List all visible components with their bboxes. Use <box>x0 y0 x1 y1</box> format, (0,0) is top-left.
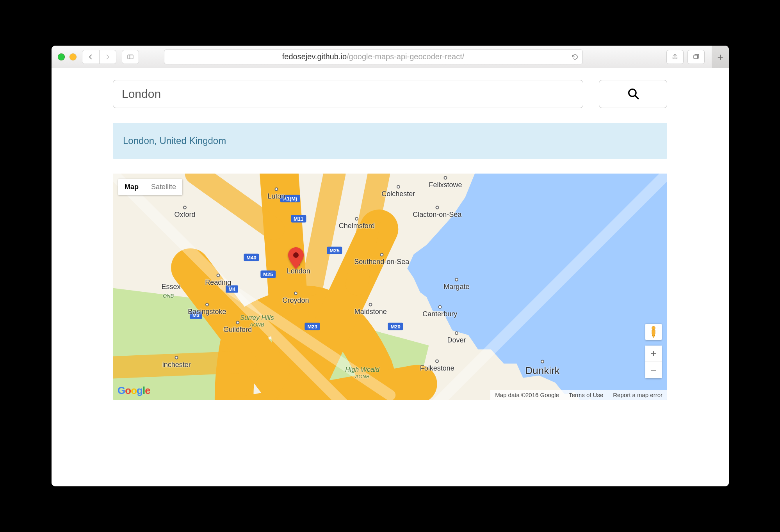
road-sign: M4 <box>226 285 238 293</box>
toolbar-right-buttons <box>666 50 705 64</box>
city-label: Canterbury <box>422 305 457 318</box>
city-label: Felixstowe <box>429 176 462 189</box>
reload-icon[interactable] <box>572 53 579 60</box>
road-sign: M20 <box>388 323 403 330</box>
browser-toolbar: fedosejev.github.io/google-maps-api-geoc… <box>52 46 729 68</box>
new-tab-button[interactable]: + <box>712 46 729 68</box>
navigation-buttons <box>82 50 116 64</box>
road-sign: M23 <box>305 323 320 330</box>
road-sign: M25 <box>260 271 276 278</box>
terms-link[interactable]: Terms of Use <box>569 392 603 398</box>
sidebar-toggle-button[interactable] <box>122 50 139 64</box>
city-label: Clacton-on-Sea <box>413 206 461 218</box>
report-link[interactable]: Report a map error <box>613 392 662 398</box>
map-right-controls: + − <box>645 324 662 378</box>
search-button[interactable] <box>599 80 667 108</box>
zoom-in-button[interactable]: + <box>645 346 662 362</box>
map-type-control: Map Satellite <box>118 179 182 195</box>
google-logo: Google <box>118 385 150 397</box>
city-label: Maidstone <box>354 303 387 316</box>
road-sign: M25 <box>327 247 342 254</box>
road-sign: M11 <box>291 215 306 223</box>
safari-window: fedosejev.github.io/google-maps-api-geoc… <box>52 46 729 486</box>
map-roads-layer <box>113 174 667 400</box>
fullscreen-window-icon[interactable] <box>58 53 65 60</box>
geocode-result-banner: London, United Kingdom <box>113 123 667 159</box>
map-attribution: Map data ©2016 Google Terms of Use Repor… <box>490 390 667 400</box>
share-button[interactable] <box>666 50 684 64</box>
city-label: Folkestone <box>420 360 454 372</box>
search-input[interactable] <box>113 80 583 108</box>
zoom-control: + − <box>645 346 662 378</box>
map-canvas[interactable]: A1(M)M11M25M40M25M4M3M23M20 Surrey Hills… <box>113 174 667 400</box>
svg-line-4 <box>635 95 638 98</box>
city-label: Basingstoke <box>188 303 226 316</box>
result-text: London, United Kingdom <box>123 135 226 146</box>
address-url: fedosejev.github.io/google-maps-api-geoc… <box>282 52 465 61</box>
city-label: Colchester <box>381 185 415 198</box>
city-label: Southend-on-Sea <box>354 253 409 266</box>
city-label: inchester <box>162 356 191 369</box>
minimize-window-icon[interactable] <box>69 53 77 60</box>
city-label: Essex <box>162 283 181 291</box>
road-sign: M40 <box>244 254 259 261</box>
city-label: Reading <box>205 273 231 286</box>
zoom-out-button[interactable]: − <box>645 362 662 378</box>
city-label: Oxford <box>175 206 196 218</box>
svg-rect-0 <box>128 55 133 59</box>
map-type-map[interactable]: Map <box>118 179 145 195</box>
city-label: Chelmsford <box>339 217 375 230</box>
svg-rect-2 <box>694 55 698 59</box>
window-traffic-lights <box>58 53 77 60</box>
search-row <box>113 80 667 108</box>
show-tabs-button[interactable] <box>687 50 705 64</box>
pegman-icon[interactable] <box>645 324 662 340</box>
address-bar[interactable]: fedosejev.github.io/google-maps-api-geoc… <box>164 50 583 64</box>
app-container: London, United Kingdom <box>113 68 667 423</box>
forward-button[interactable] <box>99 50 116 64</box>
map-data-text: Map data ©2016 Google <box>490 390 564 400</box>
city-label: Croydon <box>283 292 309 305</box>
city-label: ONB <box>163 293 174 299</box>
svg-point-5 <box>293 252 299 258</box>
city-label: Dunkirk <box>525 360 559 376</box>
svg-point-6 <box>652 326 655 330</box>
park-label: High WealdAONB <box>345 366 379 379</box>
city-label: Luton <box>267 188 285 200</box>
city-label: Guildford <box>223 321 252 334</box>
city-label: Margate <box>443 278 469 291</box>
back-button[interactable] <box>82 50 99 64</box>
search-icon <box>627 87 640 101</box>
map-marker-icon[interactable] <box>288 247 304 271</box>
map-type-satellite[interactable]: Satellite <box>145 179 182 195</box>
city-label: Dover <box>447 331 466 344</box>
page-viewport[interactable]: London, United Kingdom <box>52 68 729 486</box>
